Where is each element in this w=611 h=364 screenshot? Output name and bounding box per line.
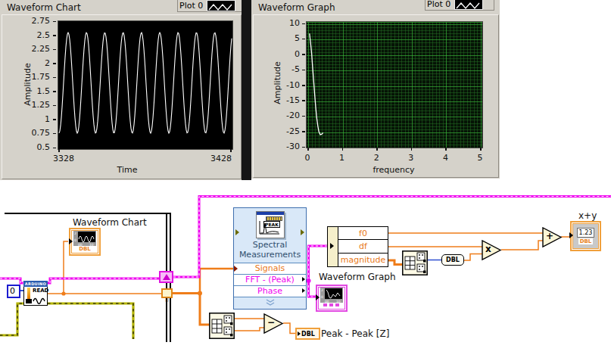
multiply-node[interactable]: x <box>482 240 503 264</box>
fft-output-arrow-icon <box>302 277 305 282</box>
express-left-arrow-icon <box>235 229 239 235</box>
unbundle-row-magnitude[interactable]: magnitude <box>338 254 388 267</box>
arduino-analog-read-node[interactable]: ARDUINO READ <box>23 281 48 306</box>
waveform-chart-terminal[interactable]: 2 0 00 10 DBL <box>69 228 101 256</box>
add-node[interactable]: + <box>542 227 563 251</box>
peak-indicator-type: DBL <box>301 331 315 338</box>
multiply-symbol: x <box>485 244 491 254</box>
error-wires <box>0 303 133 339</box>
loop-tunnel-autoindex[interactable]: [] <box>161 288 173 298</box>
unbundle-row-df[interactable]: df <box>338 240 388 254</box>
unbundle-selector-bar[interactable] <box>327 226 338 267</box>
subtract-node[interactable]: − <box>263 313 285 338</box>
xy-input-arrow-icon <box>569 232 573 238</box>
chart-terminal-type: DBL <box>79 246 91 252</box>
to-dbl-conversion-node[interactable]: DBL <box>441 254 464 266</box>
gauge-icon <box>27 288 30 299</box>
spectral-icon: PEAK <box>256 211 285 238</box>
gauge-base-icon <box>26 299 32 303</box>
read-label: READ <box>33 288 48 294</box>
graph-terminal-label: Waveform Graph <box>319 272 396 282</box>
unbundle-input-arrow-icon <box>330 243 334 249</box>
tunnel-triangle-icon <box>163 274 170 280</box>
labview-screenshot: Waveform Chart Plot 0 Time Amplitude 2.7… <box>0 0 611 364</box>
terminal-input-arrow-icon <box>69 238 73 244</box>
express-right-arrow-icon <box>301 229 304 235</box>
spectral-measurements-node[interactable]: PEAK Spectral Measurements Signals FFT -… <box>233 207 307 310</box>
chart-terminal-label: Waveform Chart <box>73 217 147 228</box>
xy-indicator-value: 1.23 <box>577 228 595 238</box>
unbundle-row-f0[interactable]: f0 <box>338 226 388 240</box>
spectral-row-signals[interactable]: Signals <box>234 263 306 274</box>
spectral-title-1: Spectral <box>234 240 306 250</box>
graph-terminal-icon: 2 0 00 10 <box>320 288 343 303</box>
array-max-min-node-1[interactable] <box>209 313 235 339</box>
peak-curve-icon <box>258 219 281 236</box>
svg-text:0: 0 <box>74 238 76 242</box>
channel-constant[interactable]: 0 <box>7 285 20 298</box>
chevron-down-icon <box>266 299 275 306</box>
xy-indicator-type: DBL <box>578 238 594 244</box>
peak-peak-label: Peak - Peak [Z] <box>321 328 389 339</box>
graph-terminal-input-arrow-icon <box>316 294 320 300</box>
arduino-header: ARDUINO <box>23 281 48 287</box>
svg-text:2: 2 <box>321 288 323 292</box>
spectral-row-fft-peak[interactable]: FFT - (Peak) <box>234 274 306 285</box>
sine-wave-icon <box>33 295 47 304</box>
spectral-expand-chevron[interactable] <box>234 297 306 308</box>
phase-output-arrow-icon <box>302 288 305 293</box>
add-symbol: + <box>546 231 553 241</box>
svg-text:0: 0 <box>321 295 323 299</box>
xy-indicator[interactable]: 1.23 DBL <box>570 221 601 251</box>
loop-tunnel-magenta[interactable] <box>159 271 173 283</box>
spectral-title-2: Measurements <box>234 250 306 260</box>
svg-text:2: 2 <box>74 232 76 235</box>
autoindex-brackets: [] <box>165 297 169 302</box>
indicator-arrow-icon <box>298 331 301 336</box>
signals-input-arrow-icon <box>234 266 238 272</box>
spectral-row-phase[interactable]: Phase <box>234 285 306 297</box>
chart-terminal-icon: 2 0 00 10 <box>73 231 96 246</box>
xy-indicator-label: x+y <box>578 210 597 221</box>
unbundle-rows: f0 df magnitude <box>338 226 388 267</box>
peak-peak-indicator[interactable]: DBL <box>295 328 320 340</box>
graph-terminal-glyphs <box>323 303 341 307</box>
waveform-graph-terminal[interactable]: 2 0 00 10 <box>316 285 348 312</box>
subtract-symbol: − <box>267 317 275 328</box>
array-max-min-node-2[interactable] <box>402 250 428 275</box>
